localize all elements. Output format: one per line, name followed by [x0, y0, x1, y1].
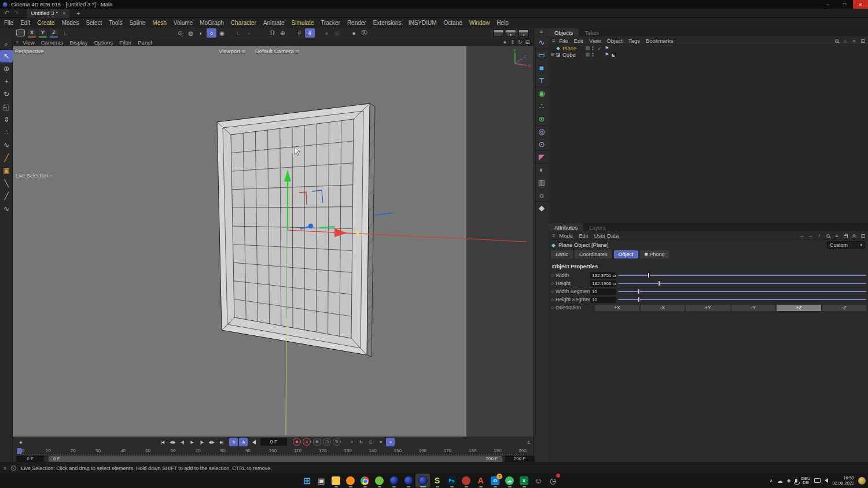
tab-close-icon[interactable]: × [62, 10, 65, 16]
language-indicator[interactable]: DEU DE [801, 476, 811, 485]
move-tool[interactable]: + [0, 75, 13, 88]
menu-animate[interactable]: Animate [263, 20, 285, 26]
excel[interactable]: X [517, 474, 531, 487]
snap-icon[interactable]: Ü [267, 28, 277, 38]
property-slider[interactable] [618, 289, 866, 294]
slider-knob[interactable] [648, 272, 650, 278]
spline-pen-icon[interactable]: ∿ [534, 36, 549, 49]
material-icon[interactable]: ◆ [534, 201, 549, 214]
status-menu-icon[interactable]: ≡ [3, 465, 6, 471]
red-app[interactable] [459, 474, 473, 487]
menu-help[interactable]: Help [496, 20, 509, 26]
search-icon[interactable] [834, 39, 840, 43]
gouraud-shading-icon[interactable]: ⊙ [175, 28, 185, 38]
property-value-field[interactable]: 10 [590, 289, 616, 295]
attributes-menu-icon[interactable]: ≡ [552, 232, 555, 238]
history-forward-icon[interactable]: → [808, 233, 814, 239]
timeline-ruler[interactable]: 0102030405060708090100110120130140150160… [13, 448, 534, 455]
pan-view-icon[interactable]: ● [501, 39, 509, 45]
close-button[interactable]: × [853, 0, 868, 9]
notification-badge-icon[interactable] [858, 477, 866, 485]
constant-shading-icon[interactable]: ◐ [196, 28, 206, 38]
menu-select[interactable]: Select [86, 20, 102, 26]
camera-box-icon[interactable] [16, 29, 25, 36]
onedrive-icon[interactable]: ☁ [777, 478, 783, 484]
cinema4d-window-1[interactable] [387, 474, 401, 487]
target-icon[interactable]: ◎ [851, 233, 857, 239]
menu-create[interactable]: Create [37, 20, 54, 26]
model-mode-tool[interactable]: ⊕ [0, 62, 13, 75]
slider-knob[interactable] [638, 289, 640, 294]
menu-tools[interactable]: Tools [109, 20, 122, 26]
visibility-dots[interactable] [592, 53, 594, 57]
attributes-menu-user-data[interactable]: User Data [594, 232, 619, 239]
viewport-menu-options[interactable]: Options [94, 39, 113, 46]
spline-smooth-tool[interactable]: ∿ [0, 139, 13, 151]
quantize-icon[interactable]: ⊕ [278, 28, 288, 38]
y-axis-lock-button[interactable]: Y [39, 29, 47, 38]
undo-icon[interactable]: ↶ [4, 9, 9, 17]
x-axis-end-dot[interactable] [356, 232, 359, 235]
rectangle-spline-icon[interactable]: ▭ [534, 49, 549, 61]
lock-icon[interactable] [843, 234, 848, 238]
property-slider[interactable] [618, 297, 866, 302]
live-selection-tool[interactable]: ↖ [0, 50, 13, 62]
menu-edit[interactable]: Edit [20, 20, 30, 26]
quick-shading-icon[interactable]: ◍ [186, 28, 196, 38]
attr-tab-phong[interactable]: Phong [640, 250, 670, 258]
expander-icon[interactable]: ⊞ [551, 53, 554, 57]
visibility-dots[interactable] [592, 46, 594, 50]
light-icon[interactable]: ☼ [534, 188, 549, 201]
workplane-icon[interactable]: ∟ [61, 28, 71, 38]
range-scrollbar[interactable]: 0 F 200 F [49, 456, 502, 462]
next-key-button[interactable]: ◆▶ [207, 438, 216, 446]
viewport-menu-display[interactable]: Display [69, 39, 87, 46]
redo-icon[interactable]: ↷ [13, 9, 19, 17]
property-slider[interactable] [618, 272, 866, 278]
orientation-plusminus-z[interactable]: +Z [777, 305, 821, 311]
range-end-field[interactable]: 200 F [505, 456, 535, 462]
checker-tag-icon[interactable] [611, 53, 616, 57]
history-back-icon[interactable]: ← [799, 233, 805, 239]
loop-playback-button[interactable]: ↻ [229, 438, 238, 446]
layer-color-toggle[interactable] [586, 46, 590, 50]
menu-mograph[interactable]: MoGraph [200, 20, 224, 26]
object-row-plane[interactable]: ◆Plane✓⚑ [549, 45, 868, 51]
document-tab[interactable]: Untitled 3 * × [27, 9, 69, 18]
filter-icon[interactable]: ≡ [834, 233, 840, 239]
property-value-field[interactable]: 182.1906 cm [590, 280, 616, 287]
isoparm-shading-icon[interactable]: ◉ [217, 28, 227, 38]
render-picture-viewer-icon[interactable]: ▸ [506, 29, 516, 37]
dropbox-icon[interactable]: ◈ [787, 478, 791, 483]
generator-icon[interactable]: ⊕ [534, 112, 549, 125]
previous-key-button[interactable]: ◀◆ [168, 438, 176, 446]
key-rotation-toggle[interactable]: ↻ [356, 438, 365, 446]
attr-tab-coordinates[interactable]: Coordinates [575, 250, 612, 258]
chrome[interactable] [358, 474, 372, 487]
objects-menu-file[interactable]: File [559, 38, 568, 44]
cinema4d-window-3[interactable] [415, 474, 430, 487]
voxel-paint-tool[interactable]: ▣ [0, 164, 13, 177]
record-clock-button[interactable]: ◷ [323, 438, 331, 446]
pen-tool[interactable]: ╱ [0, 190, 13, 202]
orientation-plusminus-x[interactable]: +X [595, 305, 639, 311]
play-sound-a-button[interactable]: A [239, 438, 248, 446]
key-scale-toggle[interactable]: ⊡ [366, 438, 375, 446]
file-explorer[interactable] [329, 474, 343, 487]
create-toolbar-menu-icon[interactable]: ≡ [534, 28, 549, 36]
sound-button[interactable] [249, 438, 258, 446]
search-commander-icon[interactable]: ⌕ [0, 38, 12, 50]
brush-tool[interactable]: ╲ [0, 177, 13, 190]
firefox[interactable] [343, 474, 358, 487]
tab-layers[interactable]: Layers [583, 223, 612, 231]
s-app[interactable]: S [430, 474, 444, 487]
popup-icon[interactable]: ⊡ [860, 233, 866, 239]
task-view-button[interactable]: ▣ [314, 474, 329, 487]
outlook[interactable]: O7 [488, 474, 502, 487]
menu-file[interactable]: File [4, 20, 13, 26]
tab-takes[interactable]: Takes [579, 28, 605, 36]
flag-tag-icon[interactable]: ⚑ [605, 52, 609, 57]
menu-octane[interactable]: Octane [444, 20, 462, 26]
orientation-minus-x[interactable]: -X [641, 305, 685, 311]
menu-volume[interactable]: Volume [174, 20, 193, 26]
